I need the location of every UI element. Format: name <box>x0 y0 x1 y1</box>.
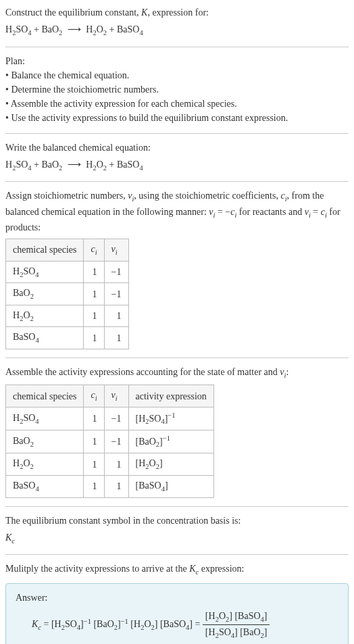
multiply-section: Mulitply the activity expressions to arr… <box>5 562 349 644</box>
nu-cell: 1 <box>104 327 128 349</box>
activity-intro: Assemble the activity expressions accoun… <box>5 365 349 381</box>
divider <box>5 357 349 358</box>
text: , expression for: <box>147 7 209 18</box>
text: expression: <box>199 564 244 574</box>
c-cell: 1 <box>84 407 104 430</box>
c-cell: 1 <box>84 305 104 327</box>
activity-section: Assemble the activity expressions accoun… <box>5 365 349 498</box>
nu-cell: 1 <box>104 475 128 497</box>
plan-item: Balance the chemical equation. <box>5 68 349 82</box>
divider <box>5 133 349 134</box>
nu-cell: 1 <box>104 305 128 327</box>
table-row: BaSO4 1 1 <box>6 327 129 349</box>
plan-item: Determine the stoichiometric numbers. <box>5 82 349 97</box>
species-cell: BaO2 <box>6 430 84 453</box>
table-row: H2SO4 1 −1 [H2SO4]−1 <box>6 407 214 430</box>
text: = − <box>215 207 230 217</box>
c-cell: 1 <box>84 327 104 349</box>
denominator: [H2SO4] [BaO2] <box>203 625 270 641</box>
activity-cell: [H2SO4]−1 <box>128 407 213 430</box>
c-cell: 1 <box>84 430 104 453</box>
col-species: chemical species <box>6 385 84 407</box>
k-symbol: K <box>141 7 147 18</box>
stoich-section: Assign stoichiometric numbers, νi, using… <box>5 189 349 349</box>
answer-label: Answer: <box>16 591 338 605</box>
fraction: [H2O2] [BaSO4] [H2SO4] [BaO2] <box>203 609 270 641</box>
col-nui: νi <box>104 385 128 407</box>
table-row: H2SO4 1 −1 <box>6 261 129 283</box>
numerator: [H2O2] [BaSO4] <box>203 609 270 626</box>
main-equation: H2SO4 + BaO2 ⟶ H2O2 + BaSO4 <box>5 22 349 39</box>
activity-cell: [BaSO4] <box>128 475 213 497</box>
divider <box>5 506 349 507</box>
divider <box>5 181 349 182</box>
table-row: H2O2 1 1 <box>6 305 129 327</box>
table-row: BaSO4 1 1 [BaSO4] <box>6 475 214 497</box>
activity-cell: [H2O2] <box>128 453 213 476</box>
text: Assemble the activity expressions accoun… <box>5 367 280 377</box>
balanced-section: Write the balanced chemical equation: H2… <box>5 141 349 174</box>
col-species: chemical species <box>6 239 84 262</box>
c-cell: 1 <box>84 261 104 283</box>
answer-box: Answer: Kc = [H2SO4]−1 [BaO2]−1 [H2O2] [… <box>5 583 349 644</box>
arrow-icon: ⟶ <box>68 22 81 36</box>
stoich-table: chemical species ci νi H2SO4 1 −1 BaO2 1… <box>5 239 129 349</box>
activity-table: chemical species ci νi activity expressi… <box>5 385 214 497</box>
species-cell: H2SO4 <box>6 407 84 430</box>
arrow-icon: ⟶ <box>68 157 81 172</box>
table-header-row: chemical species ci νi <box>6 239 129 262</box>
plan-section: Plan: Balance the chemical equation. Det… <box>5 54 349 125</box>
plan-item: Assemble the activity expression for eac… <box>5 97 349 111</box>
text: = <box>311 207 321 217</box>
text: for reactants and <box>236 207 304 217</box>
table-header-row: chemical species ci νi activity expressi… <box>6 385 214 407</box>
species-cell: BaSO4 <box>6 475 84 497</box>
balanced-equation: H2SO4 + BaO2 ⟶ H2O2 + BaSO4 <box>5 157 349 174</box>
stoich-intro: Assign stoichiometric numbers, νi, using… <box>5 189 349 234</box>
text: Mulitply the activity expressions to arr… <box>5 564 189 574</box>
plan-title: Plan: <box>5 54 349 68</box>
table-row: H2O2 1 1 [H2O2] <box>6 453 214 476</box>
text: Assign stoichiometric numbers, <box>5 191 128 201</box>
kc-expression: Kc = [H2SO4]−1 [BaO2]−1 [H2O2] [BaSO4] =… <box>16 609 338 641</box>
species-cell: H2SO4 <box>6 261 84 283</box>
header-line1: Construct the equilibrium constant, K, e… <box>5 5 349 20</box>
plan-item: Use the activity expressions to build th… <box>5 111 349 125</box>
col-activity: activity expression <box>128 385 213 407</box>
nu-cell: 1 <box>104 453 128 476</box>
nu-cell: −1 <box>104 430 128 453</box>
balanced-intro: Write the balanced chemical equation: <box>5 141 349 155</box>
species-cell: BaSO4 <box>6 327 84 349</box>
c-cell: 1 <box>84 475 104 497</box>
divider <box>5 554 349 555</box>
nu-cell: −1 <box>104 283 128 305</box>
text: Construct the equilibrium constant, <box>5 7 141 18</box>
col-ci: ci <box>84 385 104 407</box>
table-row: BaO2 1 −1 <box>6 283 129 305</box>
kc-symbol: Kc <box>5 530 349 547</box>
divider <box>5 47 349 47</box>
text: : <box>286 367 288 377</box>
col-nui: νi <box>104 239 128 262</box>
c-cell: 1 <box>84 453 104 476</box>
text: , using the stoichiometric coefficients, <box>134 191 280 201</box>
nu-cell: −1 <box>104 261 128 283</box>
kc-symbol-section: The equilibrium constant symbol in the c… <box>5 514 349 547</box>
multiply-intro: Mulitply the activity expressions to arr… <box>5 562 349 578</box>
species-cell: BaO2 <box>6 283 84 305</box>
activity-cell: [BaO2]−1 <box>128 430 213 453</box>
table-row: BaO2 1 −1 [BaO2]−1 <box>6 430 214 453</box>
species-cell: H2O2 <box>6 305 84 327</box>
species-cell: H2O2 <box>6 453 84 476</box>
plan-list: Balance the chemical equation. Determine… <box>5 68 349 125</box>
c-cell: 1 <box>84 283 104 305</box>
nu-cell: −1 <box>104 407 128 430</box>
col-ci: ci <box>84 239 104 262</box>
kc-intro: The equilibrium constant symbol in the c… <box>5 514 349 528</box>
problem-header: Construct the equilibrium constant, K, e… <box>5 5 349 39</box>
